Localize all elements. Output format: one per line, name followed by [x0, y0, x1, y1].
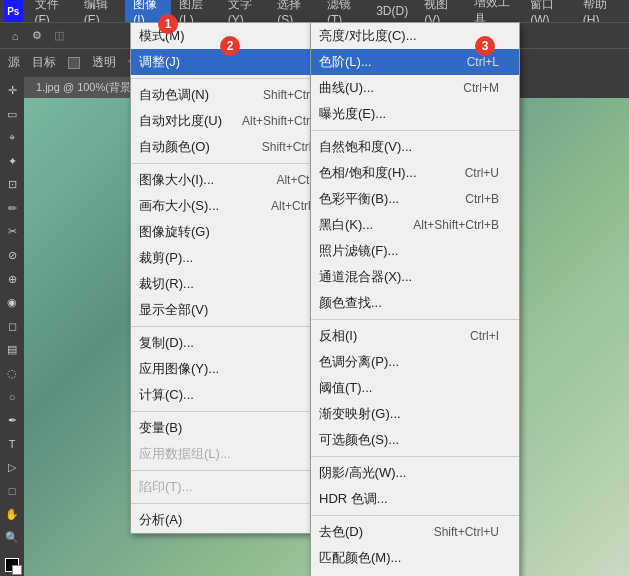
submenu-hdr-toning[interactable]: HDR 色调...: [311, 486, 519, 512]
submenu-match-color[interactable]: 匹配颜色(M)...: [311, 545, 519, 571]
adj-separator-3: [311, 456, 519, 457]
submenu-shadows-highlights[interactable]: 阴影/高光(W)...: [311, 460, 519, 486]
adjust-submenu: 亮度/对比度(C)... 色阶(L)... Ctrl+L 曲线(U)... Ct…: [310, 22, 520, 576]
submenu-black-white[interactable]: 黑白(K)... Alt+Shift+Ctrl+B: [311, 212, 519, 238]
adj-separator-4: [311, 515, 519, 516]
submenu-color-balance[interactable]: 色彩平衡(B)... Ctrl+B: [311, 186, 519, 212]
submenu-exposure[interactable]: 曝光度(E)...: [311, 101, 519, 127]
submenu-vibrance[interactable]: 自然饱和度(V)...: [311, 134, 519, 160]
submenu-desaturate[interactable]: 去色(D) Shift+Ctrl+U: [311, 519, 519, 545]
adj-separator-1: [311, 130, 519, 131]
submenu-replace-color[interactable]: 替换颜色(R)...: [311, 571, 519, 576]
submenu-invert[interactable]: 反相(I) Ctrl+I: [311, 323, 519, 349]
submenu-channel-mixer[interactable]: 通道混合器(X)...: [311, 264, 519, 290]
submenu-photo-filter[interactable]: 照片滤镜(F)...: [311, 238, 519, 264]
submenu-curves[interactable]: 曲线(U)... Ctrl+M: [311, 75, 519, 101]
app-logo: Ps: [4, 0, 23, 22]
submenu-gradient-map[interactable]: 渐变映射(G)...: [311, 401, 519, 427]
submenu-posterize[interactable]: 色调分离(P)...: [311, 349, 519, 375]
submenu-selective-color[interactable]: 可选颜色(S)...: [311, 427, 519, 453]
menu-3d[interactable]: 3D(D): [368, 2, 416, 20]
adj-separator-2: [311, 319, 519, 320]
submenu-color-lookup[interactable]: 颜色查找...: [311, 290, 519, 316]
badge-3: 3: [475, 36, 495, 56]
submenu-hue-sat[interactable]: 色相/饱和度(H)... Ctrl+U: [311, 160, 519, 186]
badge-1: 1: [158, 14, 178, 34]
menu-bar: Ps 文件(F) 编辑(E) 图像(I) 图层(L) 文字(Y) 选择(S) 滤…: [0, 0, 629, 22]
badge-2: 2: [220, 36, 240, 56]
submenu-threshold[interactable]: 阈值(T)...: [311, 375, 519, 401]
dropdown-overlay: 模式(M) ▶ 调整(J) ▶ 自动色调(N) Shift+Ctrl+L 自动对…: [0, 22, 629, 576]
